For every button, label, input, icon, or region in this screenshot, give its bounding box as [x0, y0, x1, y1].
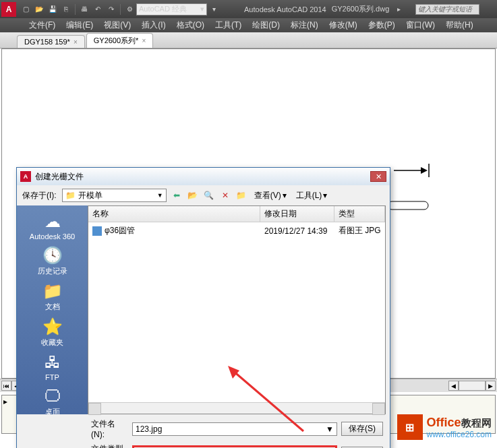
qat-save-icon[interactable]: 💾 — [47, 4, 58, 15]
delete-button[interactable]: ✕ — [219, 189, 231, 201]
menu-draw[interactable]: 绘图(D) — [247, 20, 285, 31]
search-icon[interactable]: 🔍 — [203, 189, 215, 201]
sidebar-item-autodesk360[interactable]: ☁ Autodesk 360 — [20, 210, 85, 242]
desktop-icon: 🖵 — [42, 385, 63, 407]
menu-edit[interactable]: 编辑(E) — [61, 20, 98, 31]
save-in-label: 保存于(I): — [22, 190, 57, 201]
menu-tools[interactable]: 工具(T) — [210, 20, 247, 31]
drawing-rounded-shape — [387, 201, 431, 214]
filetype-label: 文件类型(T): — [91, 443, 128, 448]
qat-gear-icon[interactable]: ⚙ — [124, 4, 135, 15]
chevron-down-icon: ▼ — [326, 424, 334, 434]
folder-icon: 📁 — [65, 191, 76, 200]
up-folder-button[interactable]: 📂 — [187, 189, 199, 201]
filename-label: 文件名(N): — [91, 418, 128, 439]
filetype-highlight: JPEG (*.jpg) ▼ — [132, 445, 337, 449]
menu-window[interactable]: 窗口(W) — [401, 20, 440, 31]
qat-new-icon[interactable]: ▢ — [20, 4, 31, 15]
menu-format[interactable]: 格式(O) — [171, 20, 210, 31]
app-icon[interactable]: A — [1, 2, 16, 17]
command-icon: ▸ — [3, 397, 14, 408]
chevron-down-icon: ▼ — [157, 192, 163, 199]
save-button[interactable]: 保存(S) — [341, 422, 383, 436]
menu-modify[interactable]: 修改(M) — [324, 20, 363, 31]
scroll-left-button[interactable]: ◀ — [448, 381, 459, 391]
doc-filename: GY2600系列.dwg — [332, 4, 390, 14]
save-dialog: A 创建光栅文件 ✕ 保存于(I): 📁 开模单 ▼ ⬅ 📂 🔍 ✕ 📁 查看(… — [16, 167, 390, 448]
tab-first-button[interactable]: ⏮ — [1, 381, 11, 391]
chevron-down-icon: ▾ — [200, 5, 204, 13]
workspace-selector[interactable]: AutoCAD 经典 ▾ — [136, 3, 207, 15]
titlebar: A ▢ 📂 💾 ⎘ 🖶 ↶ ↷ ⚙ AutoCAD 经典 ▾ ▾ Autodes… — [0, 0, 497, 18]
dialog-toolbar: 保存于(I): 📁 开模单 ▼ ⬅ 📂 🔍 ✕ 📁 查看(V) ▾ 工具(L) … — [17, 185, 390, 205]
file-list-header: 名称 修改日期 类型 — [88, 206, 385, 222]
column-type[interactable]: 类型 — [334, 206, 385, 222]
back-button[interactable]: ⬅ — [171, 189, 183, 201]
qat-open-icon[interactable]: 📂 — [34, 4, 45, 15]
document-tabs: DGY158 159* × GY2600系列* × — [0, 32, 497, 49]
dialog-app-icon: A — [20, 171, 31, 182]
scroll-thumb[interactable] — [459, 381, 486, 391]
dialog-footer: 文件名(N): 123.jpg ▼ 保存(S) 文件类型(T): JPEG (*… — [17, 414, 390, 448]
sidebar-item-favorites[interactable]: ⭐ 收藏夹 — [20, 315, 85, 349]
tools-button[interactable]: 工具(L) ▾ — [293, 189, 330, 202]
jpg-file-icon — [92, 226, 102, 236]
sidebar-item-desktop[interactable]: 🖵 桌面 — [20, 384, 85, 414]
menubar: 文件(F) 编辑(E) 视图(V) 插入(I) 格式(O) 工具(T) 绘图(D… — [0, 18, 497, 32]
qat-saveas-icon[interactable]: ⎘ — [61, 4, 71, 15]
doc-tab[interactable]: DGY158 159* × — [17, 35, 85, 48]
watermark-url: www.office26.com — [427, 430, 492, 439]
drawing-arrow-shape — [394, 164, 431, 177]
workspace-label: AutoCAD 经典 — [139, 4, 187, 14]
dialog-close-button[interactable]: ✕ — [370, 171, 386, 182]
title-dropdown-icon[interactable]: ▸ — [393, 4, 404, 15]
column-date[interactable]: 修改日期 — [260, 206, 334, 222]
qat-redo-icon[interactable]: ↷ — [106, 4, 117, 15]
cloud-icon: ☁ — [42, 211, 63, 232]
folder-icon: 📁 — [42, 280, 63, 302]
menu-file[interactable]: 文件(F) — [24, 20, 61, 31]
chevron-down-icon: ▾ — [323, 191, 327, 200]
chevron-down-icon: ▾ — [283, 191, 287, 200]
new-folder-button[interactable]: 📁 — [235, 189, 247, 201]
horizontal-scrollbar[interactable] — [88, 402, 385, 414]
tab-close-icon[interactable]: × — [74, 38, 78, 46]
dialog-title: 创建光栅文件 — [35, 171, 84, 183]
menu-parametric[interactable]: 参数(P) — [363, 20, 401, 31]
ftp-icon: 🖧 — [42, 352, 63, 373]
places-sidebar: ☁ Autodesk 360 🕓 历史记录 📁 文档 ⭐ 收藏夹 🖧 — [17, 205, 88, 414]
sidebar-item-documents[interactable]: 📁 文档 — [20, 279, 85, 313]
app-title: Autodesk AutoCAD 2014 — [244, 5, 326, 13]
menu-dimension[interactable]: 标注(N) — [285, 20, 324, 31]
office-logo-icon: ⊞ — [397, 414, 423, 440]
sidebar-item-history[interactable]: 🕓 历史记录 — [20, 243, 85, 278]
qat-print-icon[interactable]: 🖶 — [79, 4, 90, 15]
menu-view[interactable]: 视图(V) — [98, 20, 136, 31]
scroll-right-button[interactable]: ▶ — [486, 381, 496, 391]
svg-marker-1 — [421, 167, 428, 174]
watermark: ⊞ Office教程网 www.office26.com — [397, 414, 492, 440]
file-row[interactable]: φ36圆管 2019/12/27 14:39 看图王 JPG — [88, 222, 385, 239]
drawing-canvas[interactable]: A 创建光栅文件 ✕ 保存于(I): 📁 开模单 ▼ ⬅ 📂 🔍 ✕ 📁 查看(… — [1, 49, 496, 379]
folder-selector[interactable]: 📁 开模单 ▼ — [62, 189, 167, 202]
svg-rect-3 — [388, 201, 428, 210]
star-icon: ⭐ — [42, 316, 63, 338]
dialog-titlebar[interactable]: A 创建光栅文件 ✕ — [17, 168, 390, 185]
tab-close-icon[interactable]: × — [142, 37, 146, 44]
history-icon: 🕓 — [42, 245, 63, 266]
view-button[interactable]: 查看(V) ▾ — [252, 189, 289, 202]
sidebar-item-ftp[interactable]: 🖧 FTP — [20, 350, 85, 383]
menu-insert[interactable]: 插入(I) — [136, 20, 171, 31]
filename-input[interactable]: 123.jpg ▼ — [132, 422, 337, 436]
help-search-input[interactable]: 键入关键字或短语 — [415, 4, 479, 15]
qat-undo-icon[interactable]: ↶ — [92, 4, 103, 15]
doc-tab[interactable]: GY2600系列* × — [86, 33, 154, 48]
column-name[interactable]: 名称 — [88, 206, 260, 222]
qat-dropdown-icon[interactable]: ▾ — [208, 4, 219, 15]
file-list[interactable]: 名称 修改日期 类型 φ36圆管 2019/12/27 14:39 看图王 JP… — [88, 205, 386, 414]
menu-help[interactable]: 帮助(H) — [440, 20, 479, 31]
